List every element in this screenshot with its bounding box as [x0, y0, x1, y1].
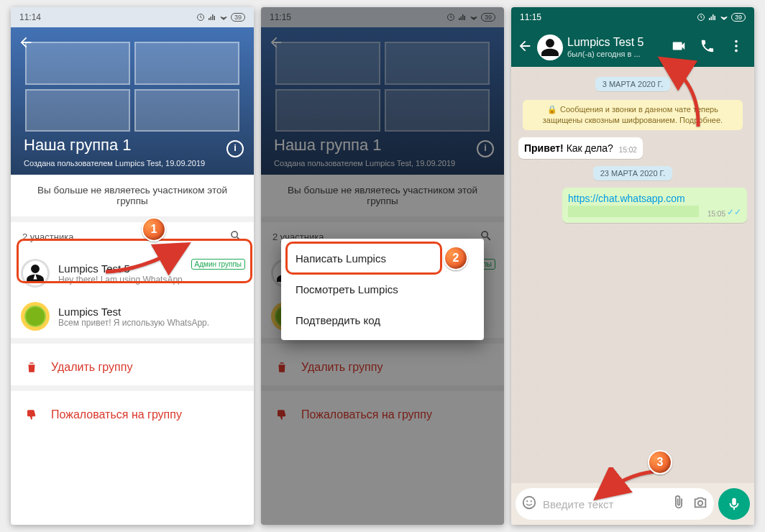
camera-icon[interactable]: [692, 495, 708, 513]
trash-icon: [25, 361, 38, 374]
clock: 11:14: [19, 12, 41, 22]
back-button[interactable]: [517, 38, 533, 57]
message-in[interactable]: Привет! Как дела?15:02: [518, 137, 643, 159]
callout-marker-3: 3: [648, 450, 672, 474]
chat-header: Lumpics Test 5 был(-а) сегодня в ...: [511, 27, 754, 67]
svg-point-12: [698, 501, 702, 505]
member-status: Всем привет! Я использую WhatsApp.: [58, 318, 244, 328]
svg-point-6: [735, 40, 738, 42]
screen-context-menu: 11:15 39 Наша группа 1 Создана пользоват…: [261, 7, 504, 525]
search-icon[interactable]: [229, 229, 242, 244]
callout-arrow: [590, 467, 662, 506]
member-name: Lumpics Test: [58, 306, 244, 318]
delete-group-button[interactable]: Удалить группу: [11, 349, 254, 385]
thumbs-down-icon: [25, 408, 38, 421]
message-out[interactable]: https://chat.whatsapp.com xxxxxxxxxxxxxx…: [562, 188, 747, 223]
voice-call-icon[interactable]: [695, 38, 720, 57]
callout-marker-2: 2: [444, 246, 468, 270]
chat-body[interactable]: 3 МАРТА 2020 Г. 🔒Сообщения и звонки в да…: [511, 67, 754, 483]
back-button[interactable]: [18, 35, 34, 53]
status-bar: 11:14 39: [11, 7, 254, 27]
read-ticks-icon: ✓✓: [727, 207, 741, 217]
mic-button[interactable]: [718, 488, 750, 520]
svg-point-8: [735, 49, 738, 52]
lock-icon: 🔒: [547, 104, 557, 115]
member-row[interactable]: Lumpics Test Всем привет! Я использую Wh…: [11, 295, 254, 338]
svg-point-7: [735, 45, 738, 47]
chat-subtitle: был(-а) сегодня в ...: [567, 50, 662, 59]
attach-icon[interactable]: [671, 495, 687, 513]
emoji-icon[interactable]: [521, 495, 537, 513]
group-title: Наша группа 1: [24, 136, 132, 155]
svg-point-9: [523, 497, 536, 509]
chat-title: Lumpics Test 5: [567, 35, 662, 49]
avatar-icon: [21, 302, 50, 331]
status-icons: 39: [697, 13, 746, 22]
date-chip: 23 МАРТА 2020 Г.: [593, 166, 673, 180]
message-link[interactable]: https://chat.whatsapp.com: [568, 193, 685, 204]
info-icon[interactable]: i: [226, 140, 244, 157]
callout-arrow: [99, 236, 199, 282]
ctx-confirm[interactable]: Подтвердить код: [281, 305, 484, 336]
screen-chat: 11:15 39 Lumpics Test 5 был(-а) сегодня …: [511, 7, 754, 525]
avatar-icon[interactable]: [537, 35, 563, 60]
callout-arrow: [655, 55, 713, 137]
more-icon[interactable]: [724, 38, 748, 57]
clock: 11:15: [520, 12, 541, 22]
report-group-button[interactable]: Пожаловаться на группу: [11, 397, 254, 433]
video-call-icon[interactable]: [666, 38, 691, 57]
chat-title-block[interactable]: Lumpics Test 5 был(-а) сегодня в ...: [567, 35, 662, 58]
status-icons: 39: [196, 13, 245, 22]
ctx-view[interactable]: Посмотреть Lumpics: [281, 274, 484, 305]
svg-point-11: [531, 500, 532, 502]
not-member-notice: Вы больше не являетесь участником этой г…: [11, 175, 254, 216]
group-created-label: Создана пользователем Lumpics Test, 19.0…: [24, 159, 205, 168]
status-bar: 11:15 39: [511, 7, 754, 27]
group-hero: Наша группа 1 Создана пользователем Lump…: [11, 27, 254, 175]
callout-marker-1: 1: [142, 217, 166, 242]
avatar-icon: [21, 259, 50, 288]
screen-group-info: 11:14 39 Наша группа 1 Создана пользоват…: [11, 7, 254, 525]
svg-point-10: [526, 500, 528, 502]
